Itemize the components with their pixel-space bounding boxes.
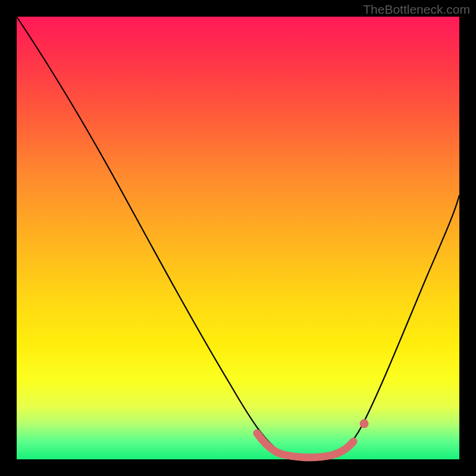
flat-minimum bbox=[257, 433, 353, 458]
watermark-text: TheBottleneck.com bbox=[363, 2, 470, 17]
elbow-right bbox=[360, 419, 369, 428]
bottleneck-curve bbox=[17, 17, 459, 457]
chart-frame: TheBottleneck.com bbox=[0, 0, 476, 476]
chart-overlay bbox=[17, 17, 459, 459]
